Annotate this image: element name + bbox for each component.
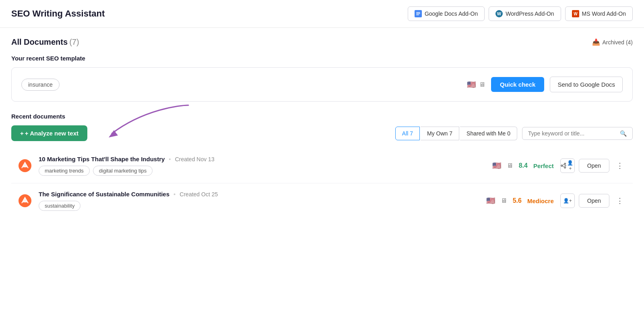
main-content: All Documents (7) 📥 Archived (4) Your re… <box>0 28 644 228</box>
doc-meta: 🇺🇸 🖥 5.6 Mediocre <box>486 196 554 205</box>
doc-monitor-icon: 🖥 <box>507 162 513 169</box>
search-icon: 🔍 <box>620 130 627 137</box>
doc-score: 5.6 <box>513 197 522 204</box>
doc-flag-icon: 🇺🇸 <box>486 196 495 205</box>
doc-monitor-icon: 🖥 <box>501 197 507 204</box>
svg-point-10 <box>564 163 566 165</box>
svg-line-14 <box>562 166 564 167</box>
doc-score-label: Mediocre <box>527 198 554 204</box>
doc-title: 10 Marketing Tips That'll Shape the Indu… <box>39 156 165 162</box>
doc-date: Created Nov 13 <box>175 156 215 162</box>
open-button[interactable]: Open <box>579 194 609 208</box>
doc-flag-icon: 🇺🇸 <box>492 161 501 170</box>
doc-info: The Significance of Sustainable Communit… <box>39 191 478 211</box>
doc-meta: 🇺🇸 🖥 8.4 Perfect <box>492 161 554 170</box>
doc-tags: marketing trends digital marketing tips <box>39 166 484 176</box>
analyze-btn-label: + Analyze new text <box>25 130 78 137</box>
all-docs-header: All Documents (7) 📥 Archived (4) <box>11 37 633 47</box>
us-flag-icon: 🇺🇸 <box>467 80 476 89</box>
open-button[interactable]: Open <box>579 159 609 173</box>
send-to-google-docs-button[interactable]: Send to Google Docs <box>550 77 623 92</box>
svg-line-13 <box>562 164 564 165</box>
share-button[interactable]: 👤+ <box>560 193 575 208</box>
template-locale-icons: 🇺🇸 🖥 <box>467 80 485 89</box>
archived-button[interactable]: 📥 Archived (4) <box>592 38 633 46</box>
filter-tabs: All 7 My Own 7 Shared with Me 0 <box>395 127 517 140</box>
google-docs-label: Google Docs Add-On <box>425 10 478 17</box>
filter-tab-shared[interactable]: Shared with Me 0 <box>460 127 517 140</box>
monitor-icon: 🖥 <box>479 81 485 88</box>
svg-text:W: W <box>574 12 578 16</box>
document-list: 10 Marketing Tips That'll Shape the Indu… <box>11 148 633 218</box>
recent-template-label: Your recent SEO template <box>11 55 633 62</box>
table-row: The Significance of Sustainable Communit… <box>11 183 633 218</box>
google-docs-addon-button[interactable]: Google Docs Add-On <box>408 6 485 21</box>
more-options-button[interactable]: ⋮ <box>613 159 626 172</box>
table-row: 10 Marketing Tips That'll Shape the Indu… <box>11 148 633 183</box>
msword-icon: W <box>572 10 579 17</box>
doc-title-row: The Significance of Sustainable Communit… <box>39 191 478 198</box>
doc-tag: marketing trends <box>39 166 90 176</box>
all-docs-count: (7) <box>69 37 79 46</box>
quick-check-button[interactable]: Quick check <box>491 77 544 92</box>
bullet-separator: • <box>169 156 171 162</box>
svg-rect-3 <box>416 15 419 15</box>
addon-buttons: Google Docs Add-On W WordPress Add-On W … <box>408 6 633 21</box>
wordpress-addon-button[interactable]: W WordPress Add-On <box>489 6 561 21</box>
wordpress-icon: W <box>495 10 503 17</box>
top-bar: SEO Writing Assistant Google Docs Add-On… <box>0 0 644 28</box>
svg-rect-1 <box>416 12 420 13</box>
svg-rect-2 <box>416 13 420 14</box>
recent-docs-label: Recent documents <box>11 113 633 120</box>
doc-score: 8.4 <box>519 162 528 169</box>
doc-tags: sustainability <box>39 201 478 211</box>
filter-tab-my-own[interactable]: My Own 7 <box>421 127 459 140</box>
template-keyword-tag: insurance <box>21 79 60 91</box>
svg-point-11 <box>561 165 563 166</box>
search-box: 🔍 <box>522 127 633 140</box>
filter-my-own-label: My Own 7 <box>427 130 452 137</box>
doc-title-row: 10 Marketing Tips That'll Shape the Indu… <box>39 156 484 162</box>
app-title: SEO Writing Assistant <box>11 8 105 19</box>
share-button[interactable]: 👤+ <box>560 158 575 173</box>
template-actions: 🇺🇸 🖥 Quick check Send to Google Docs <box>467 77 623 92</box>
svg-point-12 <box>564 167 566 169</box>
doc-date: Created Oct 25 <box>180 191 218 198</box>
filter-all-label: All 7 <box>402 130 413 137</box>
template-card: insurance 🇺🇸 🖥 Quick check Send to Googl… <box>11 67 633 102</box>
semrush-logo-icon <box>18 193 32 208</box>
add-user-icon: 👤+ <box>563 198 572 204</box>
all-docs-title-group: All Documents (7) <box>11 37 79 47</box>
svg-text:W: W <box>497 11 502 16</box>
wordpress-label: WordPress Add-On <box>506 10 554 17</box>
archived-icon: 📥 <box>592 38 600 46</box>
doc-actions: 👤+ Open ⋮ <box>560 158 626 173</box>
doc-score-label: Perfect <box>533 162 554 169</box>
bullet-separator: • <box>173 191 175 198</box>
all-docs-title: All Documents <box>11 37 68 46</box>
filter-tab-all[interactable]: All 7 <box>395 127 420 140</box>
doc-tag: sustainability <box>39 201 80 211</box>
more-options-button[interactable]: ⋮ <box>613 194 626 207</box>
filter-shared-label: Shared with Me 0 <box>466 130 510 137</box>
msword-label: MS Word Add-On <box>582 10 626 17</box>
docs-toolbar: + + Analyze new text All 7 My Own 7 Shar… <box>11 125 633 141</box>
msword-addon-button[interactable]: W MS Word Add-On <box>565 6 633 21</box>
add-user-icon: 👤+ <box>566 160 574 171</box>
plus-icon: + <box>20 130 24 137</box>
doc-info: 10 Marketing Tips That'll Shape the Indu… <box>39 156 484 176</box>
archived-label: Archived (4) <box>603 39 633 46</box>
google-docs-icon <box>415 10 422 17</box>
doc-title: The Significance of Sustainable Communit… <box>39 191 169 198</box>
analyze-new-text-button[interactable]: + + Analyze new text <box>11 125 87 141</box>
semrush-logo-icon <box>18 158 32 173</box>
doc-actions: 👤+ Open ⋮ <box>560 193 626 208</box>
docs-toolbar-wrapper: + + Analyze new text All 7 My Own 7 Shar… <box>11 125 633 141</box>
doc-tag: digital marketing tips <box>93 166 153 176</box>
search-input[interactable] <box>528 130 617 137</box>
